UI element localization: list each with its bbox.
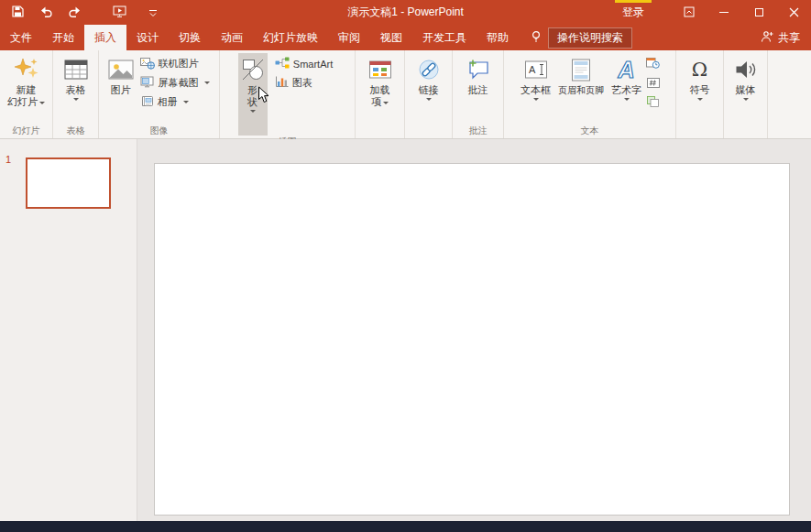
redo-button[interactable] xyxy=(66,4,82,22)
redo-icon xyxy=(68,5,82,21)
textbox-label: 文本框 xyxy=(521,84,551,95)
photo-album-button[interactable]: 相册 xyxy=(137,92,214,112)
minimize-icon xyxy=(719,12,729,13)
date-time-button[interactable] xyxy=(646,57,660,71)
save-button[interactable] xyxy=(9,4,26,22)
ribbon-display-options-button[interactable] xyxy=(672,0,707,25)
dropdown-caret xyxy=(743,98,749,101)
slide-number-icon xyxy=(647,75,660,92)
slide-canvas[interactable] xyxy=(154,163,790,516)
minimize-button[interactable] xyxy=(707,0,741,25)
wordart-icon: A xyxy=(618,59,634,81)
media-label: 媒体 xyxy=(736,84,756,95)
group-label-images: 图像 xyxy=(99,125,219,138)
close-icon xyxy=(789,5,799,21)
customize-qat-button[interactable] xyxy=(145,4,161,22)
link-label: 链接 xyxy=(419,84,439,95)
undo-button[interactable] xyxy=(38,4,54,22)
ribbon-group-media: 媒体 xyxy=(724,50,768,138)
object-icon xyxy=(647,94,659,111)
tab-developer[interactable]: 开发工具 xyxy=(412,25,477,50)
textbox-button[interactable]: A 文本框 xyxy=(518,53,553,125)
tab-slide-show[interactable]: 幻灯片放映 xyxy=(253,25,328,50)
group-label-media xyxy=(724,125,767,138)
share-button[interactable]: 共享 xyxy=(750,25,811,50)
screenshot-button[interactable]: 屏幕截图 xyxy=(137,73,214,92)
media-button[interactable]: 媒体 xyxy=(731,53,761,125)
header-footer-button[interactable]: 页眉和页脚 xyxy=(553,53,608,125)
group-label-tables: 表格 xyxy=(53,125,98,138)
chart-label: 图表 xyxy=(292,76,312,90)
tab-animations[interactable]: 动画 xyxy=(211,25,253,50)
tab-view[interactable]: 视图 xyxy=(370,25,412,50)
maximize-button[interactable] xyxy=(741,0,776,25)
tab-insert[interactable]: 插入 xyxy=(84,25,126,50)
lightbulb-icon xyxy=(530,29,542,47)
smartart-button[interactable]: SmartArt xyxy=(271,54,336,73)
ribbon-group-addins: 加载 项 xyxy=(356,50,405,138)
ribbon-group-comments: 批注 批注 xyxy=(453,50,504,138)
wordart-button[interactable]: A 艺术字 xyxy=(608,53,644,125)
group-label-text: 文本 xyxy=(504,125,675,138)
powerpoint-window: 演示文稿1 - PowerPoint 登录 文件 开始 插入 设计 切换 动画 … xyxy=(0,0,811,532)
dropdown-caret xyxy=(383,102,389,104)
group-label-addins xyxy=(356,125,404,138)
symbol-button[interactable]: Ω 符号 xyxy=(687,53,713,125)
new-slide-button[interactable]: 新建 幻灯片 xyxy=(5,53,48,125)
online-pictures-label: 联机图片 xyxy=(159,57,199,71)
dropdown-caret xyxy=(204,81,210,84)
link-icon xyxy=(417,55,441,84)
tab-file[interactable]: 文件 xyxy=(0,25,42,50)
ribbon-group-symbols: Ω 符号 xyxy=(676,50,724,138)
close-button[interactable] xyxy=(776,0,811,25)
start-slideshow-button[interactable] xyxy=(111,4,127,22)
titlebar-controls: 登录 xyxy=(611,0,811,25)
tab-help[interactable]: 帮助 xyxy=(477,25,519,50)
slide-thumbnail[interactable] xyxy=(26,157,111,209)
slide-number-button[interactable] xyxy=(646,76,660,90)
comment-icon xyxy=(466,55,490,84)
object-button[interactable] xyxy=(646,95,660,109)
ribbon-group-illustrations: 形状 SmartArt 图表 插图 xyxy=(220,50,356,138)
addins-label-line2: 项 xyxy=(371,96,381,107)
customize-qat-icon xyxy=(148,5,158,21)
svg-text:A: A xyxy=(529,64,536,75)
editing-area xyxy=(137,139,811,521)
dropdown-caret xyxy=(39,102,45,104)
dropdown-caret xyxy=(426,98,432,101)
comment-button[interactable]: 批注 xyxy=(464,53,493,125)
group-label-slides: 幻灯片 xyxy=(0,125,52,138)
pictures-label: 图片 xyxy=(111,84,131,95)
table-button[interactable]: 表格 xyxy=(61,53,91,125)
header-footer-icon xyxy=(571,55,591,84)
new-slide-label-line2: 幻灯片 xyxy=(7,96,38,107)
save-icon xyxy=(12,5,24,21)
tell-me-search[interactable]: 操作说明搜索 xyxy=(530,25,632,50)
sign-in-label: 登录 xyxy=(622,5,644,20)
tab-design[interactable]: 设计 xyxy=(126,25,169,50)
slides-panel[interactable]: 1 xyxy=(0,139,137,521)
dropdown-caret xyxy=(624,98,630,101)
addins-button[interactable]: 加载 项 xyxy=(366,53,395,125)
tab-review[interactable]: 审阅 xyxy=(328,25,370,50)
pictures-button[interactable]: 图片 xyxy=(105,53,137,125)
wordart-label: 艺术字 xyxy=(611,84,641,95)
media-icon xyxy=(734,55,758,84)
table-icon xyxy=(64,55,88,84)
new-slide-label-line1: 新建 xyxy=(7,84,45,96)
sign-in-button[interactable]: 登录 xyxy=(611,0,655,25)
quick-access-toolbar xyxy=(0,4,161,22)
header-footer-label: 页眉和页脚 xyxy=(558,85,604,95)
tab-home[interactable]: 开始 xyxy=(42,25,84,50)
link-button[interactable]: 链接 xyxy=(414,53,444,125)
dropdown-caret xyxy=(250,110,256,113)
online-pictures-button[interactable]: 联机图片 xyxy=(137,54,214,73)
shapes-icon xyxy=(241,55,265,84)
shapes-button[interactable]: 形状 xyxy=(238,53,268,136)
tab-transitions[interactable]: 切换 xyxy=(169,25,211,50)
symbol-label: 符号 xyxy=(690,84,710,95)
undo-icon xyxy=(39,5,53,21)
shapes-label: 形状 xyxy=(247,84,258,108)
chart-button[interactable]: 图表 xyxy=(271,73,336,92)
ribbon-group-images: 图片 联机图片 屏幕截图 相册 xyxy=(99,50,220,138)
